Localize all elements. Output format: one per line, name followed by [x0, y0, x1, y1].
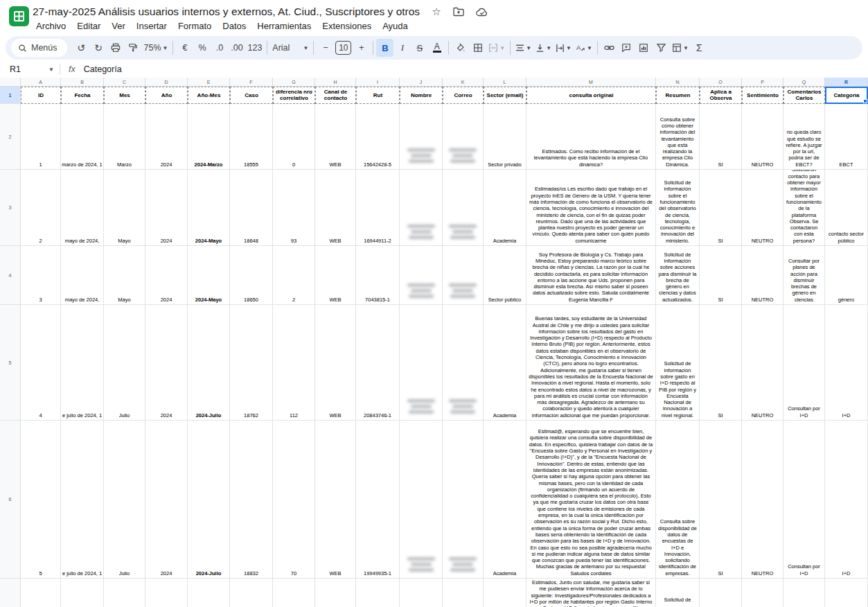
cell-B6[interactable]: e julio de 2024, 1	[61, 421, 104, 579]
cell-P6[interactable]: NEUTRO	[742, 421, 783, 579]
cell-B7[interactable]	[61, 579, 104, 607]
cloud-saved-icon[interactable]	[476, 8, 488, 17]
cell-G5[interactable]: 112	[273, 305, 315, 421]
menu-ayuda[interactable]: Ayuda	[377, 19, 414, 33]
cell-M6[interactable]: Estimad@, esperando que se encuentre bie…	[526, 421, 656, 579]
cell-I6[interactable]: 19949935-1	[356, 421, 400, 579]
cell-J4[interactable]	[400, 246, 443, 305]
cell-L6[interactable]: Academia	[484, 421, 526, 579]
zoom-select[interactable]: 75% ▼	[142, 39, 170, 57]
insert-chart-button[interactable]	[635, 39, 653, 57]
column-header-A[interactable]: A	[21, 78, 61, 87]
cell-G6[interactable]: 70	[273, 421, 315, 579]
cell-E2[interactable]: 2024-Marzo	[188, 104, 230, 170]
cell-I7[interactable]	[356, 579, 400, 607]
menu-datos[interactable]: Datos	[217, 19, 251, 33]
cell-P1[interactable]: Sentimiento	[742, 87, 783, 104]
cell-A6[interactable]: 5	[21, 421, 61, 579]
font-size-input[interactable]: 10	[335, 41, 351, 55]
cell-F1[interactable]: Caso	[230, 87, 273, 104]
menu-formato[interactable]: Formato	[172, 19, 217, 33]
cell-K4[interactable]	[443, 246, 484, 305]
cell-O4[interactable]: SI	[700, 246, 742, 305]
cell-M4[interactable]: Soy Profesora de Biología y Cs. Trabajo …	[526, 246, 656, 305]
cell-N7[interactable]: Solicitud de	[656, 579, 700, 607]
cell-N5[interactable]: Solicitud de información sobre gasto en …	[656, 305, 700, 421]
cell-G2[interactable]: 0	[273, 104, 315, 170]
cell-F7[interactable]	[230, 579, 273, 607]
cell-F4[interactable]: 18650	[230, 246, 273, 305]
cell-R1[interactable]: Categoría	[825, 87, 868, 104]
cell-K5[interactable]	[443, 305, 484, 421]
cell-A3[interactable]: 2	[21, 170, 61, 246]
column-header-R[interactable]: R	[825, 78, 868, 87]
cell-E1[interactable]: Año-Mes	[188, 87, 230, 104]
create-filter-button[interactable]	[653, 39, 670, 57]
row-header-6[interactable]: 6	[0, 421, 21, 579]
cell-Q5[interactable]: Consultan por I+D	[783, 305, 825, 421]
cell-P7[interactable]	[742, 579, 783, 607]
cell-Q6[interactable]: Consultan por I+D	[783, 421, 825, 579]
column-header-G[interactable]: G	[273, 78, 315, 87]
cell-D4[interactable]: 2024	[145, 246, 188, 305]
cell-C2[interactable]: Marzo	[104, 104, 145, 170]
cell-D5[interactable]: 2024	[145, 305, 188, 421]
cell-Q3[interactable]: Solicitaron contacto para obtener mayor …	[783, 170, 825, 246]
grid-corner[interactable]	[0, 78, 21, 87]
cell-L2[interactable]: Sector privado	[484, 104, 526, 170]
cell-R5[interactable]: I+D	[825, 305, 868, 421]
cell-C6[interactable]: Julio	[104, 421, 145, 579]
fill-color-button[interactable]	[452, 39, 469, 57]
cell-H6[interactable]: WEB	[315, 421, 356, 579]
cell-R2[interactable]: EBCT	[825, 104, 868, 170]
cell-N3[interactable]: Solicitud de información sobre el funcio…	[656, 170, 700, 246]
cell-M1[interactable]: consulta original	[526, 87, 656, 104]
decrease-decimal-button[interactable]: .0	[211, 39, 228, 57]
cell-B2[interactable]: marzo de 2024, 1	[61, 104, 104, 170]
increase-font-size-button[interactable]: +	[353, 39, 370, 57]
cell-R3[interactable]: contacto sector público	[825, 170, 868, 246]
formula-input[interactable]: Categoría	[84, 64, 122, 74]
cell-H5[interactable]: WEB	[315, 305, 356, 421]
cell-P5[interactable]: NEUTRO	[742, 305, 783, 421]
menu-herramientas[interactable]: Herramientas	[251, 19, 317, 33]
cell-N4[interactable]: Solicitud de información sobre acciones …	[656, 246, 700, 305]
cell-H1[interactable]: Canal de contacto	[315, 87, 356, 104]
column-header-H[interactable]: H	[315, 78, 356, 87]
cell-E3[interactable]: 2024-Mayo	[188, 170, 230, 246]
column-header-O[interactable]: O	[700, 78, 742, 87]
menus-search[interactable]: Menús	[11, 39, 67, 57]
cell-R4[interactable]: género	[825, 246, 868, 305]
text-color-button[interactable]: A	[428, 39, 445, 57]
cell-L3[interactable]: Academia	[484, 170, 526, 246]
cell-O1[interactable]: Aplica a Observa	[700, 87, 742, 104]
cell-K7[interactable]	[443, 579, 484, 607]
cell-J6[interactable]	[400, 421, 443, 579]
column-header-C[interactable]: C	[104, 78, 145, 87]
paint-format-button[interactable]	[125, 39, 142, 57]
cell-L1[interactable]: Sector (email)	[484, 87, 526, 104]
cell-J5[interactable]	[400, 305, 443, 421]
cell-G1[interactable]: diferencia nro correlativo	[273, 87, 315, 104]
redo-button[interactable]: ↻	[90, 39, 107, 57]
cell-O7[interactable]	[700, 579, 742, 607]
cell-E6[interactable]: 2024-Julio	[188, 421, 230, 579]
cell-E4[interactable]: 2024-Mayo	[188, 246, 230, 305]
document-title[interactable]: 27-may-2025 Análisis usuarios internos y…	[33, 6, 420, 18]
cell-C7[interactable]	[104, 579, 145, 607]
cell-I1[interactable]: Rut	[356, 87, 400, 104]
cell-P4[interactable]: NEUTRO	[742, 246, 783, 305]
cell-L5[interactable]: Academia	[484, 305, 526, 421]
cell-J3[interactable]	[400, 170, 443, 246]
cell-Q7[interactable]	[783, 579, 825, 607]
cell-H4[interactable]: WEB	[315, 246, 356, 305]
cell-J7[interactable]	[400, 579, 443, 607]
menu-insertar[interactable]: Insertar	[131, 19, 172, 33]
cell-O5[interactable]: SI	[700, 305, 742, 421]
cell-J2[interactable]	[400, 104, 443, 170]
cell-Q4[interactable]: Consultar por planes de acción para dism…	[783, 246, 825, 305]
decrease-font-size-button[interactable]: −	[317, 39, 334, 57]
cell-O3[interactable]: SI	[700, 170, 742, 246]
cell-N6[interactable]: Consulta sobre disponibilidad de datos d…	[656, 421, 700, 579]
cell-Q1[interactable]: Comentarios Carlos	[783, 87, 825, 104]
